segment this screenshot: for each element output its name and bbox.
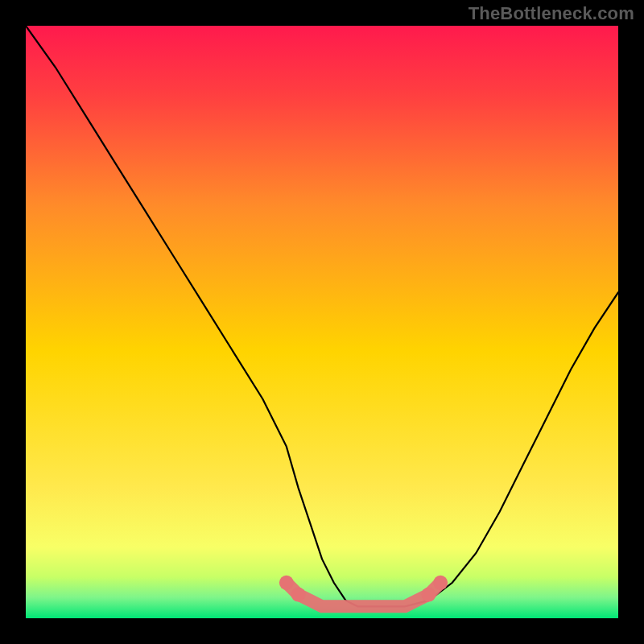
highlight-dot [291,588,306,602]
highlight-dot [279,576,294,590]
highlight-segment [287,583,440,607]
plot-area [26,26,618,618]
highlight-dot [422,588,436,602]
chart-frame: TheBottleneck.com [0,0,644,644]
bottleneck-curve [26,26,618,606]
watermark-label: TheBottleneck.com [469,3,634,24]
highlight-dot [433,576,448,590]
chart-overlay [26,26,618,618]
